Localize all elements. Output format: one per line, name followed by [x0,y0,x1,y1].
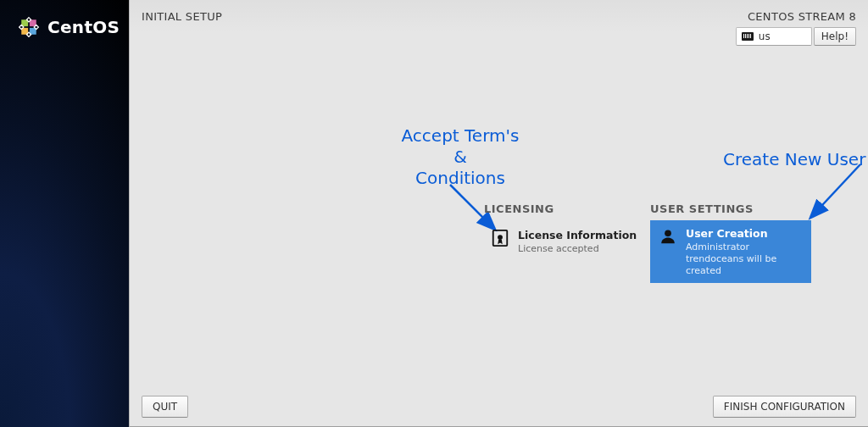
brand-row: CentOS [0,15,129,39]
svg-point-7 [665,230,671,236]
topbar: INITIAL SETUP CENTOS STREAM 8 us Help! [130,0,868,47]
main-panel: INITIAL SETUP CENTOS STREAM 8 us Help! A… [129,0,868,427]
quit-button[interactable]: QUIT [142,396,188,418]
user-icon [659,227,677,246]
user-settings-heading: USER SETTINGS [650,202,754,215]
licensing-heading: LICENSING [484,202,554,215]
license-spoke-status: License accepted [518,243,637,255]
user-spoke-text: User Creation Administrator trendoceans … [686,227,803,276]
annotation-create-user: Create New User [723,149,865,170]
distro-label: CENTOS STREAM 8 [748,10,856,23]
arrow-to-user-creation-icon [799,161,868,229]
keyboard-layout-label: us [759,30,771,42]
keyboard-icon [742,32,754,41]
keyboard-layout-selector[interactable]: us [736,27,812,46]
user-spoke-title: User Creation [686,227,803,240]
brand-name: CentOS [47,17,120,37]
svg-point-6 [498,235,503,240]
license-information-spoke[interactable]: License Information License accepted [484,224,645,260]
center-area: Accept Term's & Conditions Create New Us… [130,47,868,379]
license-spoke-text: License Information License accepted [518,229,637,255]
bottombar: QUIT FINISH CONFIGURATION [130,389,868,426]
topbar-right-cluster: us Help! [736,27,856,46]
page-title: INITIAL SETUP [142,10,222,23]
brand-panel: CentOS [0,0,129,427]
centos-logo-icon [17,15,41,39]
user-spoke-status: Administrator trendoceans will be create… [686,241,803,276]
license-certificate-icon [491,229,509,247]
help-button[interactable]: Help! [814,27,856,46]
license-spoke-title: License Information [518,229,637,241]
user-creation-spoke[interactable]: User Creation Administrator trendoceans … [650,220,811,283]
annotation-accept-terms: Accept Term's & Conditions [384,125,537,189]
finish-configuration-button[interactable]: FINISH CONFIGURATION [713,396,856,418]
